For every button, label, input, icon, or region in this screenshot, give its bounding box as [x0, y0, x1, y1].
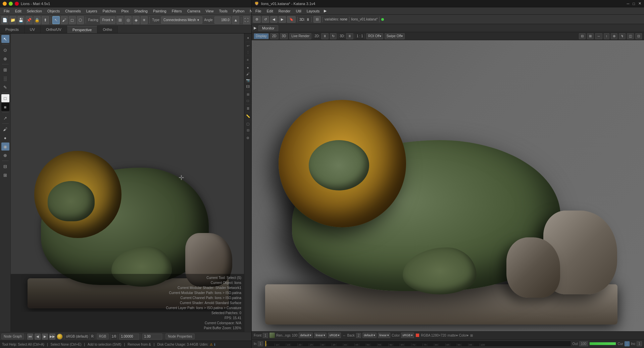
kt-refresh[interactable]: ↺ — [262, 16, 269, 23]
kb-srgb2-dropdown[interactable]: sRGB▾ — [401, 333, 414, 338]
render-viewport[interactable] — [252, 40, 644, 331]
node-props-label[interactable]: Node Properties — [165, 334, 194, 339]
monitor-3d-btn[interactable]: 3D — [280, 33, 288, 39]
mon-swipe[interactable]: Swipe Off▾ — [385, 33, 405, 39]
snap-btn[interactable]: ◈ — [133, 16, 140, 24]
tool-plus[interactable]: ⊕ — [1, 151, 9, 159]
lock-button[interactable]: 🔒 — [34, 16, 41, 24]
rt-table[interactable]: ⊟ — [245, 127, 251, 133]
angle-input[interactable] — [214, 16, 231, 24]
kb-linear-dropdown[interactable]: linear▾ — [314, 333, 327, 338]
rt-film[interactable]: 🎞 — [245, 83, 251, 90]
rt-square[interactable]: ▢ — [245, 121, 251, 127]
tool-select[interactable]: ↖ — [1, 35, 9, 43]
rt-layers[interactable]: ≡ — [245, 57, 251, 63]
grid-btn[interactable]: ⊞ — [116, 16, 123, 24]
kb-linear2-dropdown[interactable]: linear▾ — [378, 333, 390, 338]
bt-play[interactable]: ▶ — [42, 334, 48, 340]
menu-objects[interactable]: Objects — [45, 8, 62, 14]
paint-tool[interactable]: 🖌 — [61, 16, 68, 24]
menu-python[interactable]: Python — [231, 8, 247, 14]
rt-dot[interactable]: ● — [245, 64, 251, 70]
rt-ruler[interactable]: 📏 — [245, 113, 251, 119]
mon-r6[interactable]: ↯ — [619, 33, 626, 39]
export-button[interactable]: ⬆ — [42, 16, 49, 24]
mon-2d-pause[interactable]: ⏸ — [321, 33, 329, 39]
timeline[interactable]: 5 10 15 20 25 30 — [264, 341, 571, 347]
mon-r4[interactable]: ↕ — [604, 33, 609, 39]
open-button[interactable]: 📁 — [9, 16, 16, 24]
kb-out-value[interactable]: 100 — [579, 341, 588, 346]
pin-button[interactable]: 📌 — [26, 16, 33, 24]
mon-r8[interactable]: ⊡ — [635, 33, 642, 39]
kb-cur-value[interactable]: 1 — [625, 341, 630, 346]
kb-frame2-input[interactable]: 2 — [356, 333, 361, 338]
rt-paint[interactable]: 🖌 — [245, 71, 251, 77]
type-dropdown[interactable]: Connectedness Mesh ▾ — [161, 16, 202, 24]
tool-arrow[interactable]: ↗ — [1, 114, 9, 122]
menu-camera[interactable]: Camera — [185, 8, 203, 14]
mon-3d-pause[interactable]: ⏸ — [346, 33, 353, 39]
tool-paint-2[interactable]: ░ — [1, 74, 9, 82]
mon-roi[interactable]: ROI Off▾ — [366, 33, 383, 39]
zoom2-input[interactable] — [142, 334, 162, 340]
monitor-live-btn[interactable]: Live Render — [289, 33, 311, 39]
rt-rows[interactable]: ≣ — [245, 105, 251, 111]
mon-r3[interactable]: ↔ — [595, 33, 602, 39]
angle-up[interactable]: ▲ — [232, 16, 239, 24]
katana-menu-file[interactable]: File — [253, 8, 264, 14]
kt-bookmark[interactable]: 🔖 — [287, 16, 296, 23]
bt-prev[interactable]: ⏮ — [27, 334, 33, 340]
tool-active-circle[interactable]: ◉ — [1, 142, 9, 151]
menu-ptex[interactable]: Ptex — [119, 8, 131, 14]
clone-tool[interactable]: ⬡ — [77, 16, 84, 24]
mon-r1[interactable]: ⊟ — [579, 33, 586, 39]
menu-tools[interactable]: Tools — [216, 8, 230, 14]
katana-menu-util[interactable]: Util — [294, 8, 304, 14]
menu-selection[interactable]: Selection — [24, 8, 44, 14]
tool-edit[interactable]: ✎ — [1, 83, 9, 91]
tool-grid[interactable]: ⊞ — [1, 66, 9, 74]
katana-maximize[interactable]: □ — [633, 2, 635, 6]
tab-perspective[interactable]: Perspective — [67, 26, 97, 33]
rt-settings[interactable]: ⚙ — [245, 135, 251, 141]
kb-in-value[interactable]: 1 — [258, 341, 263, 346]
erase-tool[interactable]: ◻ — [69, 16, 76, 24]
tool-zoom[interactable]: ⊕ — [1, 55, 9, 63]
tool-brush[interactable]: 🖌 — [1, 125, 9, 133]
monitor-display-btn[interactable]: Display — [254, 33, 269, 39]
node-graph-label[interactable]: Node Graph — [1, 334, 24, 339]
mon-r5[interactable]: ⊕ — [611, 33, 617, 39]
tab-orthouv[interactable]: Ortho/UV — [41, 26, 67, 33]
menu-painting[interactable]: Painting — [151, 8, 169, 14]
rt-graph[interactable]: ⋮ — [245, 49, 251, 55]
bt-step-fwd[interactable]: ▶▶ — [49, 334, 55, 340]
katana-minimize[interactable]: ─ — [627, 2, 630, 6]
katana-menu-layouts[interactable]: Layouts — [304, 8, 322, 14]
select-tool[interactable]: ↖ — [52, 16, 59, 24]
kt-fwd[interactable]: ▶ — [279, 16, 286, 23]
menu-channels[interactable]: Channels — [63, 8, 83, 14]
katana-menu-render[interactable]: Render — [276, 8, 293, 14]
minimize-button[interactable] — [3, 2, 7, 6]
menu-file[interactable]: File — [1, 8, 12, 14]
bt-step-back[interactable]: ◀ — [35, 334, 41, 340]
rt-camera[interactable]: 📷 — [245, 77, 251, 83]
kt-settings[interactable]: ⚙ — [253, 16, 261, 23]
menu-shading[interactable]: Shading — [132, 8, 150, 14]
tab-ortho[interactable]: Ortho — [97, 26, 118, 33]
kb-srgb-dropdown[interactable]: sRGB▾ — [328, 333, 341, 338]
rt-star[interactable]: ✦ — [245, 35, 251, 41]
menu-patches[interactable]: Patches — [100, 8, 118, 14]
maximize-button[interactable] — [9, 2, 13, 6]
monitor-tab[interactable]: Monitor — [258, 25, 278, 31]
menu-filters[interactable]: Filters — [169, 8, 184, 14]
menu-view[interactable]: View — [203, 8, 216, 14]
color-swatch[interactable] — [57, 334, 63, 340]
light-btn[interactable]: ☀ — [141, 16, 148, 24]
katana-layouts-expand[interactable]: ▶ — [323, 9, 328, 13]
kb-default2-dropdown[interactable]: default▾ — [362, 333, 377, 338]
tool-stack[interactable]: ⊞ — [1, 171, 9, 179]
kt-back[interactable]: ◀ — [270, 16, 278, 23]
fullscreen-btn[interactable]: ⛶ — [243, 16, 250, 24]
